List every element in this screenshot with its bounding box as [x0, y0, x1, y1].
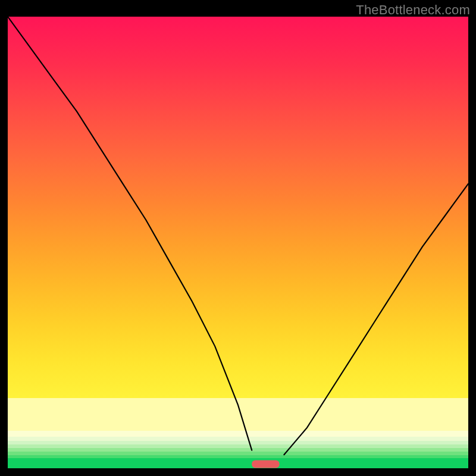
curve-right-branch: [284, 184, 468, 455]
bottleneck-curve-svg: [8, 17, 468, 468]
optimum-marker: [252, 460, 279, 468]
plot-area: [8, 17, 468, 468]
curve-left-branch: [8, 17, 252, 450]
watermark-text: TheBottleneck.com: [356, 2, 470, 18]
chart-frame: TheBottleneck.com: [0, 0, 476, 476]
